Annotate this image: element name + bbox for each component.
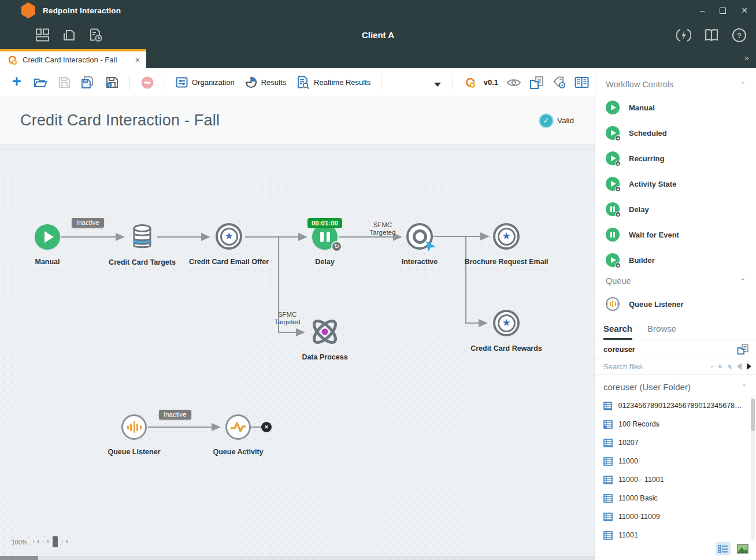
file-item[interactable]: 11000: [595, 452, 756, 470]
workflow-title: Credit Card Interaction - Fall: [20, 112, 220, 129]
node-manual[interactable]: Inactive Manual: [1, 224, 94, 266]
save-button: [54, 73, 74, 92]
control-recurring[interactable]: Recurring: [595, 146, 756, 171]
data-process-atom-icon: [308, 317, 342, 346]
close-button[interactable]: ✕: [741, 6, 748, 15]
maximize-button[interactable]: [720, 8, 726, 14]
save-version-button[interactable]: ?: [102, 73, 123, 92]
interactive-icon: [406, 223, 433, 250]
valid-seal-icon: ✓: [540, 114, 553, 127]
delay-time-badge: 00:01:00: [307, 218, 342, 228]
save-copy-button[interactable]: [77, 73, 98, 92]
node-queue-activity[interactable]: Queue Activity: [192, 414, 284, 456]
node-label: Credit Card Email Offer: [189, 258, 269, 266]
chevron-down-icon[interactable]: [710, 364, 713, 369]
valid-label: Valid: [557, 116, 574, 125]
play-clock-icon: [606, 126, 620, 140]
horizontal-scrollbar[interactable]: [0, 556, 595, 560]
details-view-button[interactable]: [716, 542, 731, 555]
collapse-chevron-icon[interactable]: ⌃: [742, 383, 747, 391]
library-icon[interactable]: [575, 76, 589, 88]
node-label: Manual: [35, 258, 60, 266]
file-item[interactable]: 0123456789012345678901234567890...: [595, 396, 756, 415]
play-icon: [606, 101, 620, 114]
control-delay[interactable]: Delay: [595, 196, 756, 222]
node-brochure-request-email[interactable]: ★ Brochure Request Email: [460, 223, 553, 266]
copy-file-icon[interactable]: [737, 344, 749, 355]
previous-result-icon[interactable]: [737, 363, 742, 370]
minimize-button[interactable]: –: [700, 6, 705, 15]
node-credit-card-email-offer[interactable]: ★ Credit Card Email Offer: [183, 223, 275, 266]
file-item[interactable]: 10207: [595, 433, 756, 452]
tag-schedule-icon[interactable]: [553, 76, 566, 90]
app-title: Redpoint Interaction: [43, 6, 121, 15]
control-activity-state[interactable]: Activity State: [595, 171, 756, 196]
file-item[interactable]: 100 Records: [595, 415, 756, 433]
workflow-canvas[interactable]: SFMCTargeted SFMCTargeted Inactive Manua…: [0, 144, 595, 560]
node-interactive[interactable]: Interactive: [373, 223, 466, 266]
collapse-chevron-icon[interactable]: ⌃: [740, 277, 746, 285]
search-files-input[interactable]: [603, 362, 705, 371]
horizontal-scrollbar-thumb[interactable]: [0, 556, 38, 560]
results-button[interactable]: Results: [242, 73, 290, 92]
collapse-chevron-icon[interactable]: ⌃: [740, 81, 746, 88]
tab-search[interactable]: Search: [603, 324, 632, 340]
workflow-controls-header[interactable]: Workflow Controls ⌃: [595, 76, 756, 95]
search-icon[interactable]: [718, 362, 722, 372]
zoom-slider-handle[interactable]: [53, 536, 58, 547]
filter-icon[interactable]: [728, 362, 732, 372]
file-item[interactable]: 11001: [595, 526, 756, 540]
thumbnail-view-button[interactable]: [735, 542, 750, 555]
queue-activity-icon: [225, 414, 251, 440]
tab-overflow-icon[interactable]: »: [744, 53, 749, 62]
vertical-scrollbar[interactable]: [751, 396, 755, 540]
control-manual[interactable]: Manual: [595, 95, 756, 120]
node-delay[interactable]: 00:01:00 ↻ Delay: [279, 224, 371, 266]
preview-eye-icon[interactable]: [506, 77, 521, 88]
node-queue-listener[interactable]: Inactive Queue Listener: [88, 414, 180, 456]
tab-browse[interactable]: Browse: [647, 324, 676, 340]
user-folder-header[interactable]: coreuser (User Folder) ⌃: [595, 375, 756, 396]
search-files-row: [595, 358, 756, 375]
file-item[interactable]: 11000-11009: [595, 507, 756, 526]
control-scheduled[interactable]: Scheduled: [595, 120, 756, 146]
queue-section-header[interactable]: Queue ⌃: [595, 273, 756, 291]
file-item[interactable]: 11000 - 11001: [595, 470, 756, 489]
next-result-icon[interactable]: [747, 363, 751, 370]
node-credit-card-rewards[interactable]: ★ Credit Card Rewards: [460, 310, 553, 353]
pause-icon: 00:01:00 ↻: [312, 224, 338, 250]
node-label: Credit Card Targets: [109, 258, 176, 266]
workflow-controls-panel: Workflow Controls ⌃ Manual Scheduled Rec…: [595, 68, 756, 317]
node-label: Brochure Request Email: [464, 258, 548, 266]
tab-credit-card-interaction[interactable]: Credit Card Interaction - Fall ✕: [0, 49, 146, 68]
toolbar-overflow-icon[interactable]: [434, 83, 441, 87]
sync-icon: ↻: [331, 241, 342, 252]
zoom-slider[interactable]: [33, 536, 68, 547]
control-wait-for-event[interactable]: Wait for Event: [595, 222, 756, 247]
table-file-icon: [603, 513, 613, 521]
node-data-process[interactable]: Data Process: [279, 317, 371, 361]
terminator-icon[interactable]: ✕: [261, 422, 272, 432]
play-gear-icon: [606, 151, 620, 165]
tab-close-icon[interactable]: ✕: [135, 56, 140, 64]
zoom-control[interactable]: 100%: [12, 536, 68, 547]
control-builder[interactable]: Builder: [595, 247, 756, 273]
validation-status: ✓ Valid: [540, 114, 574, 127]
menubar: Client A ?: [0, 21, 756, 49]
file-item[interactable]: 11000 Basic: [595, 489, 756, 507]
search-term-input[interactable]: [603, 345, 737, 354]
control-queue-listener[interactable]: Queue Listener: [595, 291, 756, 317]
realtime-results-button[interactable]: Realtime Results: [293, 73, 374, 92]
folder-document-icon[interactable]: [529, 76, 544, 90]
open-folder-button[interactable]: [30, 73, 51, 92]
app-window: Redpoint Interaction – ✕ Client A: [0, 0, 756, 560]
view-switcher: [595, 540, 756, 560]
table-file-icon: [603, 476, 613, 484]
node-credit-card-targets[interactable]: Credit Card Targets: [96, 224, 188, 266]
play-icon: Inactive: [35, 224, 60, 250]
palette-sidebar: Workflow Controls ⌃ Manual Scheduled Rec…: [595, 68, 756, 560]
vertical-scrollbar-thumb[interactable]: [751, 399, 755, 431]
svg-text:?: ?: [108, 83, 110, 87]
add-activity-button[interactable]: +: [7, 73, 27, 92]
organization-button[interactable]: Organization: [172, 73, 238, 92]
